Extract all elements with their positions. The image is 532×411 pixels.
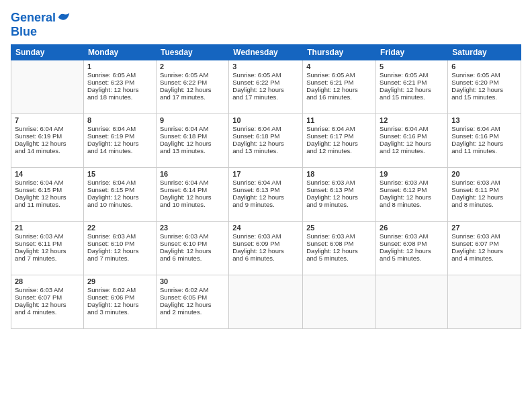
day-info-line: Sunset: 6:23 PM (87, 79, 152, 86)
day-info-line: and 15 minutes. (380, 93, 444, 101)
calendar-week-row: 21Sunrise: 6:03 AMSunset: 6:11 PMDayligh… (11, 221, 521, 275)
day-info-line: Sunrise: 6:04 AM (160, 179, 225, 186)
logo-icon (57, 11, 71, 24)
day-info-line: Sunset: 6:16 PM (451, 132, 517, 140)
day-info-line: Sunrise: 6:05 AM (380, 71, 444, 79)
day-info-line: Daylight: 12 hours (380, 193, 444, 201)
calendar-cell: 12Sunrise: 6:04 AMSunset: 6:16 PMDayligh… (376, 113, 448, 167)
day-info-line: Daylight: 12 hours (15, 140, 80, 147)
day-info-line: Sunset: 6:08 PM (306, 240, 372, 247)
day-info-line: Sunrise: 6:05 AM (306, 71, 372, 79)
day-info-line: and 8 minutes. (380, 201, 444, 208)
day-info-line: Daylight: 12 hours (160, 301, 225, 308)
day-number: 4 (306, 62, 372, 71)
day-info-line: Sunrise: 6:04 AM (15, 179, 80, 186)
day-number: 10 (232, 116, 299, 124)
day-info-line: and 10 minutes. (160, 201, 225, 208)
day-info-line: Sunrise: 6:03 AM (87, 232, 152, 240)
calendar-cell: 16Sunrise: 6:04 AMSunset: 6:14 PMDayligh… (156, 167, 228, 221)
calendar-cell (448, 275, 521, 328)
day-info-line: Daylight: 12 hours (451, 140, 517, 147)
day-info-line: and 11 minutes. (451, 147, 517, 154)
day-info-line: Daylight: 12 hours (160, 193, 225, 201)
day-number: 14 (15, 170, 80, 178)
day-info-line: Sunrise: 6:05 AM (232, 71, 299, 79)
day-info-line: Sunset: 6:21 PM (306, 79, 372, 86)
day-number: 13 (451, 116, 517, 124)
calendar-cell: 4Sunrise: 6:05 AMSunset: 6:21 PMDaylight… (303, 60, 376, 113)
day-info-line: Daylight: 12 hours (160, 140, 225, 147)
day-number: 6 (451, 62, 517, 71)
day-info-line: and 16 minutes. (306, 93, 372, 101)
calendar-cell: 7Sunrise: 6:04 AMSunset: 6:19 PMDaylight… (11, 113, 84, 167)
day-number: 23 (160, 224, 225, 232)
calendar-header-monday: Monday (83, 44, 156, 60)
calendar-cell: 15Sunrise: 6:04 AMSunset: 6:15 PMDayligh… (83, 167, 156, 221)
day-info-line: Sunset: 6:11 PM (15, 240, 80, 247)
day-info-line: Sunset: 6:12 PM (380, 186, 444, 193)
calendar-cell: 13Sunrise: 6:04 AMSunset: 6:16 PMDayligh… (448, 113, 521, 167)
day-info-line: Sunrise: 6:04 AM (87, 125, 152, 132)
calendar-cell: 17Sunrise: 6:04 AMSunset: 6:13 PMDayligh… (229, 167, 303, 221)
day-number: 21 (15, 224, 80, 232)
day-info-line: Sunset: 6:13 PM (232, 186, 299, 193)
day-info-line: Sunrise: 6:04 AM (15, 125, 80, 132)
day-number: 9 (160, 116, 225, 124)
day-number: 22 (87, 224, 152, 232)
day-info-line: Sunset: 6:19 PM (15, 132, 80, 140)
day-number: 2 (160, 62, 225, 71)
day-info-line: Sunset: 6:07 PM (451, 240, 517, 247)
calendar-cell: 30Sunrise: 6:02 AMSunset: 6:05 PMDayligh… (156, 275, 228, 328)
day-info-line: Sunset: 6:16 PM (380, 132, 444, 140)
day-info-line: Daylight: 12 hours (306, 140, 372, 147)
day-info-line: Daylight: 12 hours (306, 86, 372, 93)
day-number: 28 (15, 277, 80, 285)
day-info-line: Sunset: 6:10 PM (87, 240, 152, 247)
logo: General Blue (11, 11, 71, 39)
day-info-line: Daylight: 12 hours (87, 301, 152, 308)
day-info-line: Sunset: 6:21 PM (380, 79, 444, 86)
day-info-line: Daylight: 12 hours (306, 247, 372, 255)
calendar-header-tuesday: Tuesday (156, 44, 228, 60)
day-info-line: Sunrise: 6:03 AM (451, 179, 517, 186)
day-number: 26 (380, 224, 444, 232)
day-info-line: and 12 minutes. (380, 147, 444, 154)
day-info-line: and 3 minutes. (87, 308, 152, 316)
day-info-line: Sunset: 6:22 PM (232, 79, 299, 86)
day-info-line: Sunrise: 6:04 AM (451, 125, 517, 132)
header: General Blue (11, 8, 521, 39)
day-number: 30 (160, 277, 225, 285)
day-info-line: Daylight: 12 hours (451, 247, 517, 255)
day-info-line: Sunset: 6:08 PM (380, 240, 444, 247)
calendar-cell: 19Sunrise: 6:03 AMSunset: 6:12 PMDayligh… (376, 167, 448, 221)
calendar-cell: 26Sunrise: 6:03 AMSunset: 6:08 PMDayligh… (376, 221, 448, 275)
day-info-line: Sunrise: 6:03 AM (380, 179, 444, 186)
day-info-line: and 15 minutes. (451, 93, 517, 101)
calendar-week-row: 28Sunrise: 6:03 AMSunset: 6:07 PMDayligh… (11, 275, 521, 328)
calendar: SundayMondayTuesdayWednesdayThursdayFrid… (11, 44, 521, 329)
calendar-cell: 24Sunrise: 6:03 AMSunset: 6:09 PMDayligh… (229, 221, 303, 275)
calendar-cell: 11Sunrise: 6:04 AMSunset: 6:17 PMDayligh… (303, 113, 376, 167)
day-info-line: Sunrise: 6:03 AM (160, 232, 225, 240)
day-info-line: Sunset: 6:11 PM (451, 186, 517, 193)
calendar-cell: 8Sunrise: 6:04 AMSunset: 6:19 PMDaylight… (83, 113, 156, 167)
day-info-line: and 7 minutes. (87, 255, 152, 262)
day-info-line: Sunset: 6:18 PM (160, 132, 225, 140)
calendar-cell: 27Sunrise: 6:03 AMSunset: 6:07 PMDayligh… (448, 221, 521, 275)
calendar-week-row: 7Sunrise: 6:04 AMSunset: 6:19 PMDaylight… (11, 113, 521, 167)
day-info-line: Daylight: 12 hours (15, 193, 80, 201)
day-info-line: Daylight: 12 hours (232, 247, 299, 255)
day-info-line: and 6 minutes. (160, 255, 225, 262)
day-info-line: and 7 minutes. (15, 255, 80, 262)
day-info-line: Sunset: 6:09 PM (232, 240, 299, 247)
calendar-cell (229, 275, 303, 328)
calendar-cell: 25Sunrise: 6:03 AMSunset: 6:08 PMDayligh… (303, 221, 376, 275)
day-info-line: Daylight: 12 hours (87, 86, 152, 93)
day-info-line: Sunset: 6:14 PM (160, 186, 225, 193)
day-info-line: and 4 minutes. (15, 308, 80, 316)
calendar-cell: 21Sunrise: 6:03 AMSunset: 6:11 PMDayligh… (11, 221, 84, 275)
day-number: 24 (232, 224, 299, 232)
calendar-cell: 23Sunrise: 6:03 AMSunset: 6:10 PMDayligh… (156, 221, 228, 275)
day-info-line: Sunrise: 6:04 AM (232, 179, 299, 186)
day-info-line: Daylight: 12 hours (232, 86, 299, 93)
